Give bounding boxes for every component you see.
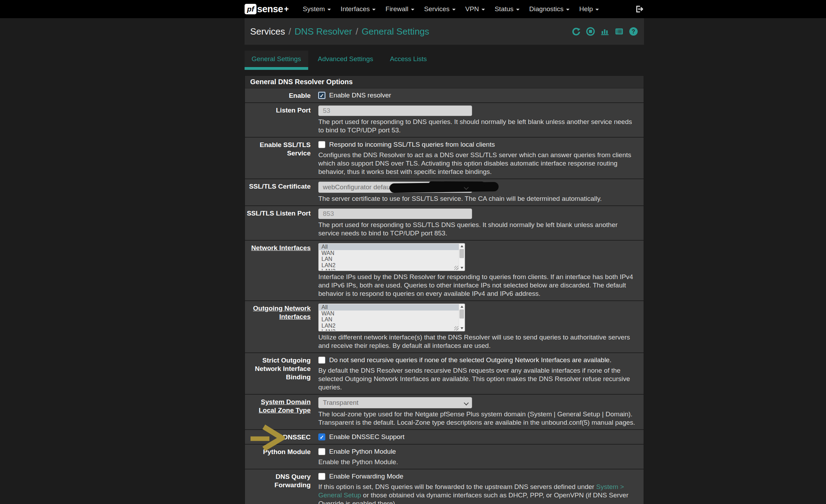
tab-access-lists[interactable]: Access Lists [383, 51, 434, 67]
help-text: The port used for responding to DNS quer… [318, 118, 637, 134]
page-header: Services / DNS Resolver / General Settin… [245, 18, 644, 45]
listen-port-input[interactable] [318, 105, 472, 116]
outgoing-interfaces-select[interactable]: All WAN LAN LAN2 LAN3 [318, 304, 465, 331]
menu-firewall[interactable]: Firewall [381, 0, 419, 18]
help-icon[interactable]: ? [629, 27, 638, 36]
related-log-icon[interactable] [614, 27, 624, 36]
top-navbar: pf sense + System Interfaces Firewall Se… [0, 0, 826, 18]
tab-general-settings[interactable]: General Settings [245, 51, 308, 67]
list-option-all[interactable]: All [319, 244, 459, 250]
checkbox-checked[interactable] [318, 92, 325, 99]
pfsense-logo[interactable]: pf sense + [245, 4, 289, 15]
respond-ssl-queries-option[interactable]: Respond to incoming SSL/TLS queries from… [318, 140, 637, 149]
menu-status[interactable]: Status [490, 0, 524, 18]
checkbox-checked[interactable] [318, 433, 325, 440]
enable-python-module-option[interactable]: Enable Python Module [318, 447, 637, 456]
checkbox-unchecked[interactable] [318, 357, 325, 364]
help-text: The server certificate to use for SSL/TL… [318, 195, 637, 203]
pfsense-logo-pf-box: pf [245, 4, 256, 14]
scroll-up-icon[interactable] [459, 304, 465, 309]
caret-down-icon [327, 9, 331, 10]
breadcrumb-general-settings[interactable]: General Settings [362, 26, 429, 37]
panel-title: General DNS Resolver Options [245, 76, 644, 88]
checkbox-unchecked[interactable] [318, 141, 325, 148]
list-option-lan2[interactable]: LAN2 [319, 262, 459, 269]
scrollbar-thumb[interactable] [459, 249, 464, 258]
list-option-lan[interactable]: LAN [319, 316, 459, 323]
checkbox-unchecked[interactable] [318, 473, 325, 480]
scrollbar-thumb[interactable] [459, 309, 464, 319]
menu-system[interactable]: System [298, 0, 336, 18]
help-text: Interface IPs used by the DNS Resolver f… [318, 273, 637, 298]
ssl-listen-port-input[interactable] [318, 209, 472, 219]
field-label-ssl-certificate: SSL/TLS Certificate [245, 181, 318, 203]
enable-dnssec-option[interactable]: Enable DNSSEC Support [318, 432, 637, 441]
field-label-network-interfaces: Network Interfaces [245, 243, 318, 298]
zone-type-select[interactable]: Transparent [318, 397, 472, 408]
sign-out-icon[interactable] [635, 5, 644, 14]
network-interfaces-select[interactable]: All WAN LAN LAN2 LAN3 [318, 243, 465, 271]
row-network-interfaces: Network Interfaces All WAN LAN LAN2 LAN3… [245, 240, 644, 300]
related-status-icon[interactable] [600, 27, 610, 36]
help-text: By default the DNS Resolver sends recurs… [318, 366, 637, 392]
ssl-certificate-select[interactable]: webConfigurator default [318, 182, 472, 193]
scroll-down-icon[interactable] [459, 265, 465, 270]
field-label-strict-binding: Strict Outgoing Network Interface Bindin… [245, 355, 318, 392]
list-option-wan[interactable]: WAN [319, 311, 459, 317]
row-dnssec: DNSSEC Enable DNSSEC Support [245, 429, 644, 444]
scroll-down-icon[interactable] [459, 326, 465, 331]
row-enable-ssl-service: Enable SSL/TLS Service Respond to incomi… [245, 137, 644, 178]
caret-down-icon [516, 9, 520, 10]
row-dns-query-forwarding: DNS Query Forwarding Enable Forwarding M… [245, 469, 644, 504]
tab-advanced-settings[interactable]: Advanced Settings [311, 51, 380, 67]
checkbox-unchecked[interactable] [318, 448, 325, 455]
field-label-dnssec: DNSSEC [245, 432, 318, 441]
help-text: The port used for responding to SSL/TLS … [318, 221, 637, 238]
help-text: The local-zone type used for the Netgate… [318, 410, 637, 427]
caret-down-icon [372, 9, 376, 10]
listbox-scrollbar[interactable] [459, 304, 464, 331]
scroll-up-icon[interactable] [459, 244, 465, 249]
strict-binding-option[interactable]: Do not send recursive queries if none of… [318, 356, 637, 365]
general-dns-resolver-options-panel: General DNS Resolver Options Enable Enab… [245, 75, 644, 504]
redaction-blob [390, 182, 499, 193]
list-option-lan[interactable]: LAN [319, 256, 459, 262]
menu-services[interactable]: Services [419, 0, 461, 18]
enable-forwarding-mode-option[interactable]: Enable Forwarding Mode [318, 472, 637, 481]
row-ssl-certificate: SSL/TLS Certificate webConfigurator defa… [245, 178, 644, 205]
field-label-zone-type: System Domain Local Zone Type [245, 397, 318, 427]
list-option-wan[interactable]: WAN [319, 250, 459, 256]
chevron-down-icon [464, 402, 468, 404]
caret-down-icon [452, 9, 456, 10]
row-python-module: Python Module Enable Python Module Enabl… [245, 444, 644, 469]
field-label-dns-query-forwarding: DNS Query Forwarding [245, 472, 318, 504]
list-option-lan3[interactable]: LAN3 [319, 268, 459, 270]
row-enable: Enable Enable DNS resolver [245, 88, 644, 102]
menu-interfaces[interactable]: Interfaces [336, 0, 381, 18]
menu-vpn[interactable]: VPN [461, 0, 490, 18]
field-label-python-module: Python Module [245, 447, 318, 466]
list-option-all[interactable]: All [319, 304, 459, 311]
restart-service-icon[interactable] [571, 27, 581, 36]
chevron-down-icon [464, 186, 468, 189]
field-label-ssl-service: Enable SSL/TLS Service [245, 140, 318, 176]
enable-dns-resolver-option[interactable]: Enable DNS resolver [318, 91, 637, 100]
resize-handle-icon[interactable] [454, 266, 458, 270]
breadcrumb-services[interactable]: Services [250, 26, 285, 37]
listbox-scrollbar[interactable] [459, 244, 464, 270]
list-option-lan3[interactable]: LAN3 [319, 329, 459, 331]
resize-handle-icon[interactable] [454, 326, 458, 330]
breadcrumb-dns-resolver[interactable]: DNS Resolver [295, 26, 352, 37]
field-label-enable: Enable [245, 90, 318, 100]
row-outgoing-network-interfaces: Outgoing Network Interfaces All WAN LAN … [245, 300, 644, 352]
menu-help[interactable]: Help [574, 0, 604, 18]
list-option-lan2[interactable]: LAN2 [319, 323, 459, 329]
row-strict-binding: Strict Outgoing Network Interface Bindin… [245, 352, 644, 394]
caret-down-icon [481, 9, 485, 10]
stop-service-icon[interactable] [586, 27, 595, 36]
help-text: If this option is set, DNS queries will … [318, 483, 637, 504]
settings-tabs: General Settings Advanced Settings Acces… [245, 51, 644, 67]
menu-diagnostics[interactable]: Diagnostics [524, 0, 574, 18]
help-text: Configures the DNS Resolver to act as a … [318, 151, 637, 176]
help-text: Utilize different network interface(s) t… [318, 333, 637, 350]
